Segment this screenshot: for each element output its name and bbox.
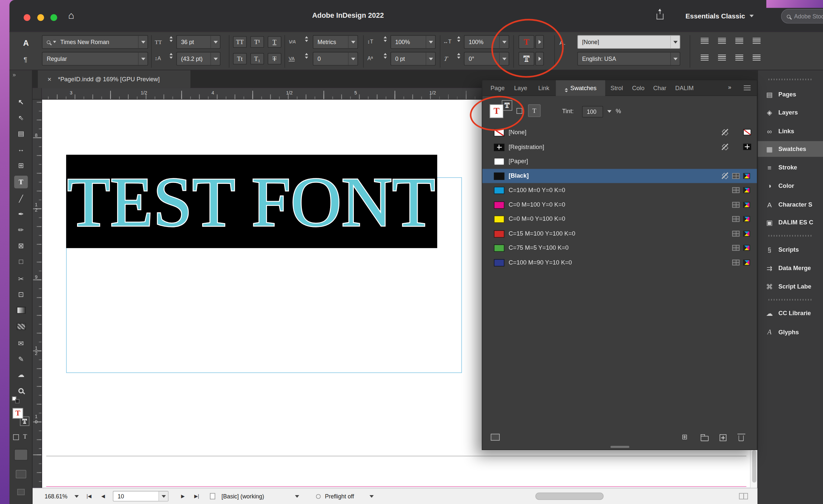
strikethrough-button[interactable]: T — [268, 53, 281, 64]
show-swatch-kinds-button[interactable] — [491, 434, 500, 441]
vertical-scale-dropdown-button[interactable] — [426, 35, 435, 48]
first-page-button[interactable]: |◀ — [87, 493, 92, 499]
leading-stepper[interactable] — [168, 53, 174, 58]
new-group-folder-icon[interactable] — [701, 436, 709, 441]
subscript-button[interactable]: T₁ — [251, 53, 264, 64]
direct-selection-tool[interactable]: ⇖ — [10, 111, 33, 124]
presentation-mode-button[interactable] — [17, 489, 25, 495]
tab-dalim[interactable]: DALIM — [671, 80, 697, 96]
skew-stepper[interactable] — [456, 53, 462, 58]
formatting-affects-container-icon[interactable] — [13, 434, 19, 440]
note-tool[interactable]: ✉ — [10, 337, 33, 349]
formatting-affects-text-button[interactable]: T — [528, 104, 540, 117]
dock-item-cc-libraries[interactable]: ☁CC Librarie — [758, 305, 823, 321]
character-formatting-icon[interactable]: A — [23, 38, 29, 47]
hand-tool[interactable]: ☁ — [10, 368, 33, 381]
dock-item-glyphs[interactable]: AGlyphs — [758, 324, 823, 340]
paragraph-formatting-icon[interactable]: ¶ — [24, 56, 27, 63]
close-tab-icon[interactable]: ✕ — [47, 76, 51, 82]
dock-item-data-merge[interactable]: ⇉Data Merge — [758, 260, 823, 276]
pencil-tool[interactable]: ✏ — [10, 223, 33, 236]
character-style-combo[interactable]: [None] — [578, 35, 680, 49]
adobe-stock-search[interactable]: Adobe Stoc — [781, 9, 823, 24]
tracking-stepper[interactable] — [304, 53, 309, 58]
gradient-swatch-tool[interactable] — [10, 304, 33, 316]
font-style-dropdown-button[interactable] — [138, 52, 148, 65]
all-caps-button[interactable]: TT — [233, 36, 246, 48]
scissors-tool[interactable]: ✂ — [10, 272, 33, 285]
gradient-feather-tool[interactable] — [10, 320, 33, 332]
fill-proxy-swatch[interactable]: T — [12, 408, 23, 419]
tint-field[interactable]: 100 — [582, 106, 603, 117]
superscript-button[interactable]: T¹ — [251, 36, 264, 48]
swatch-row-black[interactable]: [Black] — [482, 169, 757, 183]
justify-right-icon[interactable] — [718, 55, 726, 61]
tab-pages[interactable]: Page — [487, 80, 509, 96]
dock-drag-handle[interactable] — [768, 79, 813, 80]
align-center-icon[interactable] — [718, 38, 726, 44]
swatch-row-cyan[interactable]: C=100 M=0 Y=0 K=0 — [482, 183, 757, 197]
small-caps-button[interactable]: Tt — [233, 53, 246, 64]
vertical-scrollbar-thumb[interactable] — [752, 450, 757, 483]
justify-all-icon[interactable] — [735, 55, 743, 61]
next-page-button[interactable]: ▶ — [181, 493, 185, 499]
zoom-dropdown-icon[interactable] — [74, 495, 79, 498]
align-left-icon[interactable] — [701, 38, 709, 44]
horizontal-scrollbar-thumb[interactable] — [535, 493, 604, 500]
tint-dropdown-icon[interactable] — [607, 110, 612, 113]
baseline-shift-dropdown-button[interactable] — [426, 52, 435, 65]
preflight-profile-value[interactable]: [Basic] (working) — [221, 493, 264, 499]
line-tool[interactable]: ╱ — [10, 192, 33, 205]
tab-color[interactable]: Colo — [628, 80, 648, 96]
swatch-row-red[interactable]: C=15 M=100 Y=100 K=0 — [482, 226, 757, 241]
dock-item-stroke[interactable]: ≡Stroke — [758, 160, 823, 175]
dock-item-pages[interactable]: ▤Pages — [758, 86, 823, 102]
dock-item-color[interactable]: ◑Color — [758, 178, 823, 194]
kerning-dropdown-button[interactable] — [348, 35, 357, 48]
swatch-row-none[interactable]: [None] — [482, 125, 757, 140]
font-size-stepper[interactable] — [168, 36, 174, 42]
page-number-dropdown-button[interactable] — [159, 492, 168, 501]
leading-field[interactable]: (43.2 pt) — [176, 52, 220, 65]
view-mode-normal-button[interactable] — [14, 449, 28, 461]
kerning-field[interactable]: Metrics — [313, 35, 358, 49]
zoom-tool[interactable] — [10, 385, 33, 397]
swatch-row-registration[interactable]: [Registration] — [482, 140, 757, 154]
workspace-switcher[interactable]: Essentials Classic — [685, 12, 754, 20]
pen-tool[interactable]: ✒ — [10, 208, 33, 220]
swatch-row-yellow[interactable]: C=0 M=0 Y=100 K=0 — [482, 212, 757, 226]
tracking-dropdown-button[interactable] — [348, 52, 357, 65]
swatch-row-paper[interactable]: [Paper] — [482, 154, 757, 169]
tab-stroke[interactable]: Strol — [606, 80, 628, 96]
screen-mode-button[interactable] — [16, 470, 26, 479]
language-dropdown-button[interactable] — [670, 52, 680, 65]
panel-menu-icon[interactable] — [744, 85, 751, 90]
dock-drag-handle[interactable] — [768, 235, 813, 237]
preflight-dropdown-icon[interactable] — [369, 495, 374, 498]
dock-item-character-styles[interactable]: ACharacter S — [758, 197, 823, 213]
baseline-shift-field[interactable]: 0 pt — [390, 52, 436, 65]
panel-resize-grip[interactable] — [610, 446, 629, 448]
kerning-stepper[interactable] — [304, 36, 309, 42]
font-family-combo[interactable]: Times New Roman — [42, 35, 148, 49]
horizontal-scale-stepper[interactable] — [456, 36, 462, 42]
tab-character[interactable]: Char — [649, 80, 670, 96]
split-view-icon[interactable] — [739, 493, 748, 499]
swatch-row-green[interactable]: C=75 M=5 Y=100 K=0 — [482, 241, 757, 255]
content-collector-tool[interactable]: ⊞ — [10, 159, 33, 172]
document-tab[interactable]: ✕ *PageID.indd @ 169% [GPU Preview] — [38, 70, 191, 88]
delete-swatch-icon[interactable] — [738, 435, 744, 441]
selection-tool[interactable]: ↖ — [10, 95, 33, 108]
new-color-group-icon[interactable]: ⊞ — [682, 433, 687, 441]
minimize-window-button[interactable] — [37, 14, 44, 21]
dock-item-layers[interactable]: ◈Layers — [758, 104, 823, 120]
gap-tool[interactable]: ↔ — [10, 143, 33, 155]
rectangle-frame-tool[interactable]: ⊠ — [10, 239, 33, 252]
dock-item-swatches[interactable]: ▦Swatches — [758, 141, 823, 157]
ruler-origin-corner[interactable] — [33, 88, 42, 100]
align-towards-spine-icon[interactable] — [753, 55, 761, 61]
vertical-scale-stepper[interactable] — [382, 36, 388, 42]
font-family-dropdown-button[interactable] — [138, 35, 148, 48]
previous-page-button[interactable]: ◀ — [102, 493, 105, 499]
default-fill-stroke-icon[interactable] — [15, 399, 19, 403]
